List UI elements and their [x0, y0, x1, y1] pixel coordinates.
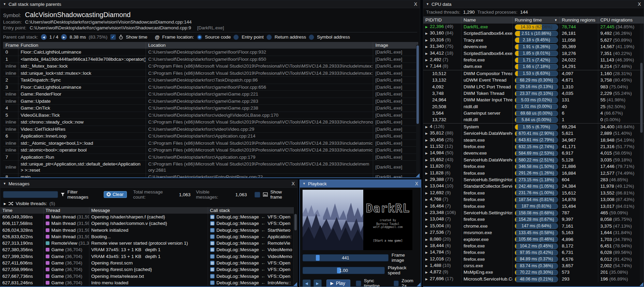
message-row[interactable]: 606,117,568nsMain thread (31,596)Opening…: [0, 220, 294, 227]
frame-location-radio[interactable]: [309, 34, 314, 40]
zoom-2x-checkbox[interactable]: ✓: [394, 281, 399, 286]
table-row[interactable]: 7Application::RunC:\Users\wolf\Desktop\d…: [3, 154, 418, 161]
resize-grip[interactable]: [640, 282, 643, 286]
callstack-cell[interactable]: DebugLog::Message←VideoMemo: [208, 246, 294, 253]
table-row[interactable]: 5VideoGLBase::TickC:\Users\wolf\Desktop\…: [3, 112, 418, 119]
table-row[interactable]: inlinestd::unique_lock<std::mutex>::lock…: [3, 70, 418, 77]
prev-frame-button[interactable]: ◀: [303, 279, 311, 287]
frame-location-option-label[interactable]: Entry point: [241, 34, 264, 40]
process-row[interactable]: ▶30,456 (25)steam.exe643.61 ms (2.79%)34…: [423, 137, 644, 143]
process-row[interactable]: ▶27,696 (17)Microsoft.ServiceHub.Co48.06…: [423, 276, 644, 282]
column-header[interactable]: Location: [146, 42, 373, 49]
message-row[interactable]: 627,558,996nsGame (36,704)Opening /fores…: [0, 266, 294, 273]
table-row[interactable]: 2TaskDispatch::SyncC:\Users\wolf\Desktop…: [3, 77, 418, 84]
column-header[interactable]: Image: [373, 42, 418, 49]
callstack-cell[interactable]: DebugLog::Message←VFS::Open: [208, 214, 294, 220]
callstack-titlebar[interactable]: ▼ Call stack sample parents X: [0, 0, 420, 8]
column-header[interactable]: CPU migrations: [598, 17, 644, 24]
process-row[interactable]: ▶35,812 (88)ServiceHub.DataWarehou670.41…: [423, 130, 644, 137]
table-row[interactable]: 1<lambda_84a19dc444fae966ca174e83e708bdc…: [3, 56, 418, 63]
table-row[interactable]: inlineGame::RenderFloorC:\Users\wolf\Des…: [3, 91, 418, 98]
table-row[interactable]: inlineGame::UpdateC:\Users\wolf\Desktop\…: [3, 98, 418, 105]
scrollbar-handle[interactable]: [640, 63, 643, 133]
process-row[interactable]: ▶14,784 (5)firefox.exe97.95 ms (0.42%)6,…: [423, 249, 644, 256]
process-row[interactable]: ▶23,348 (106)ServiceHub.SettingsHost158.…: [423, 210, 644, 216]
table-row[interactable]: 3Floor::CalcLightNoLuminanceC:\Users\wol…: [3, 84, 418, 91]
visible-threads-row[interactable]: ▶ Visible threads: (5): [0, 201, 297, 207]
process-row[interactable]: ▶11,820 (9)firefox.exe346.58 ms (1.50%)2…: [423, 163, 644, 170]
process-row[interactable]: ▼7,144 (8)dwm.exe1.66 s (7.18%)14,2918,2…: [423, 63, 644, 70]
message-row[interactable]: 606,049,398nsMain thread (31,596)Opening…: [0, 214, 294, 220]
process-row[interactable]: ▶1,488 (10)csrss.exe83.74 ms (0.36%)3,65…: [423, 262, 644, 269]
play-button[interactable]: ▶ Play: [326, 279, 350, 287]
message-row[interactable]: 627,411,606nsGame (36,704)Opening /fores…: [0, 260, 294, 266]
table-row[interactable]: 6Application::InnerLoopC:\Users\wolf\Des…: [3, 133, 418, 140]
process-row[interactable]: ▶27,536 (7)msvsmon.exe133.45 ms (0.58%)5…: [423, 229, 644, 236]
frame-location-radio[interactable]: [197, 34, 202, 40]
playback-speed-slider[interactable]: 1.00: [303, 267, 385, 274]
process-row[interactable]: 3,564 GameInput server69.68 us (0.00%)64…: [423, 110, 644, 116]
collapse-icon[interactable]: ▼: [426, 2, 429, 6]
resize-grip[interactable]: [416, 173, 420, 177]
process-row[interactable]: ▶12,016 (2)firefox.exe84.89 ms (0.37%)6,…: [423, 256, 644, 262]
process-row[interactable]: ▶11,828 (6)firefox.exe291.26 ms (1.26%)1…: [423, 170, 644, 176]
message-row[interactable]: 627,831,246nsGame (36,704)Intro menu loa…: [0, 279, 294, 286]
column-header[interactable]: Call stack: [208, 207, 294, 214]
prev-parent-button[interactable]: ◀: [41, 34, 47, 40]
table-row[interactable]: inlinestd::atomic<bool>::operator boolC:…: [3, 147, 418, 154]
callstack-cell[interactable]: DebugLog::Message←VFS::Open: [208, 220, 294, 227]
clear-button[interactable]: Clear: [104, 191, 127, 198]
process-row[interactable]: ▶29,388 (77)ServiceHub.SettingsHost273.1…: [423, 176, 644, 183]
close-icon[interactable]: X: [415, 181, 418, 186]
process-row[interactable]: ▶12,692 (9)firefox.exe231.76 ms (1.00%)1…: [423, 190, 644, 196]
process-row[interactable]: ▶30,160 (84)ScriptedSandbox64.exe2.51 s …: [423, 30, 644, 37]
column-header[interactable]: Running time▼: [513, 17, 560, 24]
process-row[interactable]: 24,964 DWM Master Input Thread5.03 ms (0…: [423, 97, 644, 103]
message-row[interactable]: 626,833,622nsMain thread (31,596)Booting…: [0, 233, 294, 240]
scrollbar-handle[interactable]: [416, 45, 419, 124]
callstack-cell[interactable]: DebugLog::Message←IntroMenu::: [208, 279, 294, 286]
next-parent-button[interactable]: ▶: [61, 34, 67, 40]
message-row[interactable]: 627,667,736nsGame (36,704)Opening /meta/…: [0, 273, 294, 279]
cpu-scrollbar[interactable]: [640, 24, 643, 282]
process-row[interactable]: 13,732 ntdll.dll5.84 us (0.00%)10 (0.00%…: [423, 116, 644, 123]
process-row[interactable]: ▶14,984 (50)devenv.exe584.69 ms (2.53%)6…: [423, 150, 644, 156]
column-header[interactable]: Message: [89, 207, 208, 214]
message-row[interactable]: 627,313,190nsRemoteView (31,392)Remote v…: [0, 240, 294, 246]
process-row[interactable]: ▶18,444 (6)firefox.exe104.2 ms (0.45%)8,…: [423, 243, 644, 249]
frame-image-slider[interactable]: 441: [303, 254, 389, 261]
sync-timeline-label[interactable]: Sync timeline: [364, 278, 389, 287]
table-row[interactable]: 0Floor::CalcLightNoLuminanceC:\Users\wol…: [3, 49, 418, 56]
callstack-cell[interactable]: DebugLog::Message←StartNetwo: [208, 227, 294, 233]
close-icon[interactable]: X: [638, 1, 641, 7]
frame-location-option-label[interactable]: Source code: [205, 34, 231, 40]
table-row[interactable]: 8mainC:\Users\wolf\Desktop\darkrl\src\En…: [3, 174, 418, 178]
column-header[interactable]: PID/TID: [423, 17, 462, 24]
frame-location-radio[interactable]: [266, 34, 272, 40]
table-row[interactable]: inlinestd::unique_ptr<Application,std::d…: [3, 161, 418, 174]
process-row[interactable]: ▶13,044 (10)StandardCollector.Servic242.…: [423, 183, 644, 189]
expand-icon[interactable]: ▶: [425, 276, 430, 283]
process-row[interactable]: 4,092 DWM LPC Port Thread29.16 ms (0.13%…: [423, 84, 644, 90]
column-header[interactable]: Function: [18, 42, 146, 49]
callstack-cell[interactable]: DebugLog::Message←Application:: [208, 233, 294, 240]
column-header[interactable]: Name: [462, 17, 513, 24]
filter-input[interactable]: [3, 191, 58, 198]
process-row[interactable]: 20,508 ntdll.dll1.01 ms (0.00%)4025 (62.…: [423, 103, 644, 110]
process-row[interactable]: ▶4 (126)System1.55 s (6.70%)69,29434,400…: [423, 124, 644, 130]
process-row[interactable]: ▶15,004 (8)chrome.exe147 ms (0.64%)7,161…: [423, 223, 644, 229]
process-row[interactable]: 3,748 DWM Token Thread23.37 ms (0.10%)4,…: [423, 90, 644, 97]
close-icon[interactable]: X: [292, 181, 295, 186]
zoom-2x-label[interactable]: Zoom 2×: [401, 278, 418, 287]
sync-timeline-checkbox[interactable]: ✓: [356, 281, 361, 286]
process-row[interactable]: 13,132 uDWM Event Thread68.29 ms (0.30%)…: [423, 77, 644, 83]
process-row[interactable]: ▶16,464 (7)firefox.exe187 ms (0.81%)15,4…: [423, 203, 644, 210]
playback-titlebar[interactable]: ▼ Playback X: [300, 180, 421, 188]
process-row[interactable]: ▶4,768 (7)firefox.exe187.54 ms (0.81%)14…: [423, 196, 644, 203]
messages-scrollbar[interactable]: [294, 214, 297, 284]
process-row[interactable]: ▶10,316 (9)Tracy.exe2.18 s (9.45%)11,058…: [423, 37, 644, 43]
column-header[interactable]: Frame: [3, 42, 18, 49]
column-header[interactable]: Thread: [43, 207, 89, 214]
callstack-cell[interactable]: DebugLog::Message←VFS::Open: [208, 266, 294, 273]
expand-icon[interactable]: ▶: [4, 202, 6, 205]
